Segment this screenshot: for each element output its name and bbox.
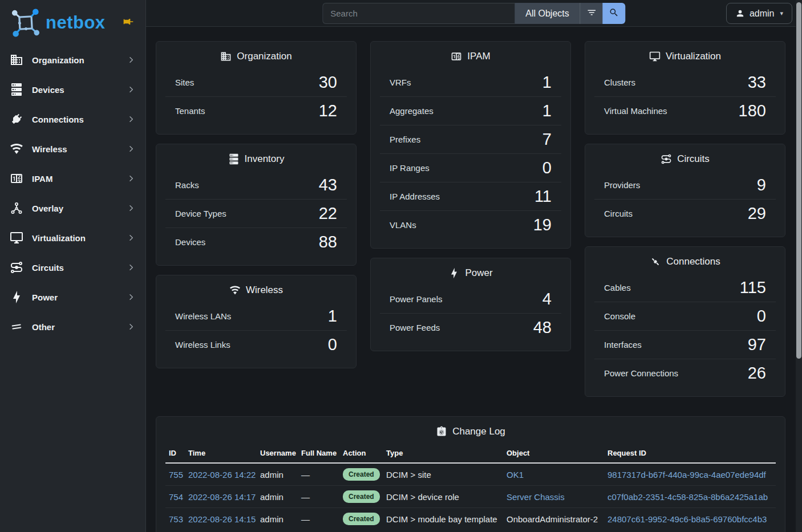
changelog-object-link[interactable]: Server Chassis xyxy=(507,492,565,502)
stat-value[interactable]: 26 xyxy=(748,364,766,383)
user-menu-button[interactable]: admin ▾ xyxy=(726,3,792,24)
sidebar-item-virtualization[interactable]: Virtualization xyxy=(0,223,145,253)
changelog-time-link[interactable]: 2022-08-26 14:15 xyxy=(188,514,256,524)
server-icon xyxy=(228,153,240,165)
vertical-scrollbar[interactable] xyxy=(796,0,802,532)
stat-label: VLANs xyxy=(390,220,416,230)
topbar: All Objects admin ▾ xyxy=(146,0,802,27)
sidebar-item-label: Overlay xyxy=(32,204,63,213)
stat-row-wireless-lans: Wireless LANs 1 xyxy=(165,302,347,330)
stat-row-aggregates: Aggregates 1 xyxy=(380,96,561,125)
column-header-time: Time xyxy=(185,445,257,463)
changelog-row: 754 2022-08-26 14:17 admin — Created DCI… xyxy=(165,486,776,508)
sidebar-item-other[interactable]: Other xyxy=(0,312,145,342)
card-power: Power Power Panels 4 Power Feeds 48 xyxy=(370,258,571,351)
changelog-id-link[interactable]: 753 xyxy=(169,514,183,524)
stat-value[interactable]: 1 xyxy=(542,73,552,92)
search-button[interactable] xyxy=(603,3,626,24)
stat-label: Interfaces xyxy=(604,340,642,350)
stat-row-ip-ranges: IP Ranges 0 xyxy=(380,153,561,182)
stat-value[interactable]: 88 xyxy=(319,233,337,251)
stat-value[interactable]: 29 xyxy=(748,204,766,223)
search-input[interactable] xyxy=(322,3,515,24)
filter-button[interactable] xyxy=(580,3,603,24)
changelog-object-link[interactable]: OK1 xyxy=(507,470,524,480)
stat-value[interactable]: 11 xyxy=(534,187,552,206)
graph-icon xyxy=(10,201,23,215)
changelog-requestid-link[interactable]: c07f0ab2-2351-4c58-825a-8b6a2425a1ab xyxy=(607,492,768,502)
card-title: Connections xyxy=(666,256,720,267)
changelog-requestid-link[interactable]: 9817317d-b67f-440a-99ca-4ae07ede94df xyxy=(607,470,766,480)
sidebar-nav: Organization Devices Connections Wireles… xyxy=(0,45,145,342)
column-1: Organization Sites 30 Tenants 12 Invento… xyxy=(156,41,357,368)
stat-label: Console xyxy=(604,311,635,321)
wifi-icon xyxy=(10,142,23,156)
card-wireless: Wireless Wireless LANs 1 Wireless Links … xyxy=(156,275,357,368)
stat-value[interactable]: 19 xyxy=(533,216,552,234)
stat-value[interactable]: 97 xyxy=(748,335,766,354)
sidebar-item-connections[interactable]: Connections xyxy=(0,104,145,134)
stat-value[interactable]: 22 xyxy=(319,204,337,223)
sidebar-item-overlay[interactable]: Overlay xyxy=(0,193,145,223)
scrollbar-thumb[interactable] xyxy=(796,2,801,359)
changelog-time-link[interactable]: 2022-08-26 14:17 xyxy=(188,492,256,502)
stat-value[interactable]: 4 xyxy=(542,290,552,308)
changelog-id-link[interactable]: 754 xyxy=(169,492,183,502)
stat-value[interactable]: 33 xyxy=(748,73,766,92)
home-link[interactable]: netbox xyxy=(10,7,106,38)
stat-row-wireless-links: Wireless Links 0 xyxy=(165,330,347,359)
search-scope-button[interactable]: All Objects xyxy=(515,3,580,24)
sidebar-item-circuits[interactable]: Circuits xyxy=(0,253,145,282)
counter-icon xyxy=(451,51,462,62)
stat-value[interactable]: 180 xyxy=(739,101,766,120)
chevron-right-icon xyxy=(127,322,136,331)
stat-row-prefixes: Prefixes 7 xyxy=(380,125,561,153)
changelog-time-link[interactable]: 2022-08-26 14:22 xyxy=(188,470,256,480)
changelog-type: DCIM > module bay template xyxy=(383,508,503,530)
clipboard-clock-icon xyxy=(436,426,447,437)
transit-icon xyxy=(10,261,23,274)
card-title: Inventory xyxy=(245,153,285,165)
server-icon xyxy=(10,83,23,96)
stat-label: IP Ranges xyxy=(390,163,430,173)
sidebar-item-devices[interactable]: Devices xyxy=(0,75,145,104)
chevron-right-icon xyxy=(127,174,136,183)
chevron-right-icon xyxy=(127,144,136,153)
account-icon xyxy=(735,9,745,18)
stat-value[interactable]: 115 xyxy=(740,278,766,297)
card-organization: Organization Sites 30 Tenants 12 xyxy=(156,41,357,135)
stat-label: Cables xyxy=(604,283,631,293)
stat-row-ip-addresses: IP Addresses 11 xyxy=(380,182,561,210)
stat-value[interactable]: 0 xyxy=(757,307,766,326)
stat-value[interactable]: 9 xyxy=(757,176,766,194)
sidebar-item-organization[interactable]: Organization xyxy=(0,45,145,75)
column-header-id: ID xyxy=(165,445,185,463)
changelog-requestid-link[interactable]: 24807c61-9952-49c6-b8a5-69760bfcc4b3 xyxy=(607,514,767,524)
stat-label: Aggregates xyxy=(390,106,434,116)
bolt-icon xyxy=(10,290,23,304)
stat-value[interactable]: 43 xyxy=(319,176,337,194)
stat-value[interactable]: 1 xyxy=(542,101,552,120)
stat-value[interactable]: 0 xyxy=(328,335,337,354)
stat-row-vlans: VLANs 19 xyxy=(380,210,561,239)
sidebar-item-wireless[interactable]: Wireless xyxy=(0,134,145,164)
stat-value[interactable]: 1 xyxy=(328,307,337,326)
stat-columns: Organization Sites 30 Tenants 12 Invento… xyxy=(156,41,785,397)
stat-row-console: Console 0 xyxy=(594,302,776,330)
stat-value[interactable]: 30 xyxy=(319,73,337,92)
stat-row-devices: Devices 88 xyxy=(165,228,347,256)
search-group: All Objects xyxy=(322,3,625,24)
stat-value[interactable]: 0 xyxy=(542,159,552,177)
stat-value[interactable]: 12 xyxy=(319,101,337,120)
sidebar-item-ipam[interactable]: IPAM xyxy=(0,164,145,193)
sidebar-item-power[interactable]: Power xyxy=(0,282,145,312)
stat-value[interactable]: 48 xyxy=(533,318,552,337)
chevron-right-icon xyxy=(127,115,136,124)
pin-icon[interactable] xyxy=(123,16,134,27)
plug-icon xyxy=(10,112,23,126)
stat-value[interactable]: 7 xyxy=(542,130,552,149)
stat-row-power-feeds: Power Feeds 48 xyxy=(380,313,561,342)
transit-icon xyxy=(661,153,672,165)
sidebar-item-label: IPAM xyxy=(32,174,52,184)
changelog-id-link[interactable]: 755 xyxy=(169,470,183,480)
